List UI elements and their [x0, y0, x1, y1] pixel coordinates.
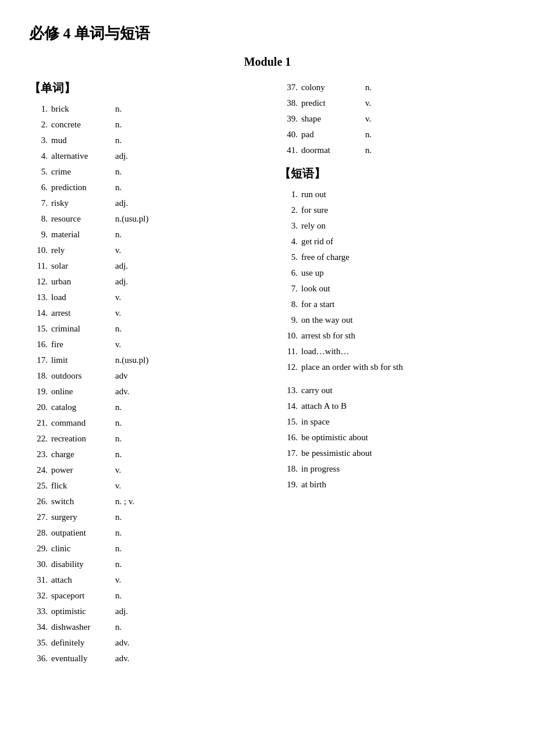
word-pos: v. [115, 290, 121, 304]
word-item: 41.doormatn. [279, 143, 506, 157]
word-num: 7. [29, 196, 48, 210]
word-pos: n.(usu.pl) [115, 353, 149, 367]
word-text: disability [51, 557, 115, 571]
word-text: switch [51, 494, 115, 508]
word-text: shape [301, 112, 365, 126]
word-pos: adv [115, 369, 128, 383]
word-item: 29.clinicn. [29, 541, 256, 555]
word-list: 1.brickn.2.concreten.3.mudn.4.alternativ… [29, 102, 256, 665]
word-text: charge [51, 447, 115, 461]
word-pos: n. [365, 143, 372, 157]
word-num: 37. [279, 80, 298, 94]
spacer [279, 376, 506, 381]
word-pos: n. [115, 589, 122, 602]
word-pos: adv. [115, 651, 129, 665]
word-item: 18.outdoorsadv [29, 369, 256, 383]
word-item: 37.colonyn. [279, 80, 506, 94]
word-num: 34. [29, 620, 48, 634]
word-text: prediction [51, 180, 115, 194]
word-text: online [51, 384, 115, 398]
word-item: 20.catalogn. [29, 400, 256, 414]
word-pos: n. ; v. [115, 494, 134, 508]
phrase-item: 18.in progress [279, 462, 506, 476]
word-item: 10.relyv. [29, 243, 256, 257]
word-pos: n. [115, 416, 122, 430]
word-pos: adj. [115, 259, 128, 273]
word-num: 3. [29, 133, 48, 147]
phrase-text: arrest sb for sth [301, 329, 506, 343]
word-item: 2.concreten. [29, 117, 256, 131]
word-pos: v. [365, 112, 371, 126]
word-num: 31. [29, 573, 48, 587]
word-item: 3.mudn. [29, 133, 256, 147]
word-pos: v. [115, 243, 121, 257]
phrase-num: 16. [279, 430, 298, 444]
word-item: 33.optimisticadj. [29, 604, 256, 618]
word-item: 35.definitelyadv. [29, 636, 256, 650]
main-title: 必修 4 单词与短语 [29, 23, 506, 44]
word-text: mud [51, 133, 115, 147]
phrase-text: for sure [301, 203, 506, 217]
phrase-text: at birth [301, 477, 506, 491]
word-num: 2. [29, 117, 48, 131]
word-item: 25.flickv. [29, 479, 256, 493]
word-pos: n. [115, 620, 122, 634]
phrase-num: 5. [279, 250, 298, 264]
phrase-text: on the way out [301, 313, 506, 327]
word-item: 16.firev. [29, 337, 256, 351]
word-text: criminal [51, 322, 115, 336]
word-text: limit [51, 353, 115, 367]
word-list-right: 37.colonyn.38.predictv.39.shapev.40.padn… [279, 80, 506, 157]
phrase-num: 18. [279, 462, 298, 476]
word-text: spaceport [51, 589, 115, 602]
phrase-num: 8. [279, 297, 298, 311]
word-num: 40. [279, 127, 298, 141]
phrase-item: 10.arrest sb for sth [279, 329, 506, 343]
word-text: outpatient [51, 526, 115, 540]
phrase-item: 16.be optimistic about [279, 430, 506, 444]
word-item: 6.predictionn. [29, 180, 256, 194]
word-num: 19. [29, 384, 48, 398]
phrase-num: 14. [279, 399, 298, 413]
word-num: 4. [29, 149, 48, 163]
word-num: 27. [29, 510, 48, 524]
word-num: 21. [29, 416, 48, 430]
word-pos: n. [115, 526, 122, 540]
phrase-num: 4. [279, 234, 298, 248]
word-pos: adj. [115, 196, 128, 210]
word-pos: n. [115, 322, 122, 336]
word-pos: n. [365, 80, 372, 94]
word-item: 15.criminaln. [29, 322, 256, 336]
word-num: 5. [29, 165, 48, 179]
word-pos: n. [115, 447, 122, 461]
word-item: 22.recreationn. [29, 432, 256, 445]
word-item: 32.spaceportn. [29, 589, 256, 602]
word-text: recreation [51, 432, 115, 445]
word-text: risky [51, 196, 115, 210]
word-pos: v. [115, 337, 121, 351]
word-num: 17. [29, 353, 48, 367]
word-pos: adj. [115, 274, 128, 288]
phrase-text: free of charge [301, 250, 506, 264]
word-num: 36. [29, 651, 48, 665]
word-num: 25. [29, 479, 48, 493]
word-pos: adv. [115, 636, 129, 650]
phrase-item: 11.load…with… [279, 344, 506, 358]
word-item: 28.outpatientn. [29, 526, 256, 540]
phrase-text: get rid of [301, 234, 506, 248]
word-item: 26.switchn. ; v. [29, 494, 256, 508]
word-item: 8.resourcen.(usu.pl) [29, 212, 256, 226]
word-item: 7.riskyadj. [29, 196, 256, 210]
word-num: 22. [29, 432, 48, 445]
word-item: 4.alternativeadj. [29, 149, 256, 163]
word-text: optimistic [51, 604, 115, 618]
word-num: 39. [279, 112, 298, 126]
phrase-item: 19.at birth [279, 477, 506, 491]
module-title: Module 1 [29, 55, 506, 69]
phrase-item: 12.place an order with sb for sth [279, 360, 506, 374]
word-pos: n. [115, 510, 122, 524]
word-num: 16. [29, 337, 48, 351]
word-item: 30.disabilityn. [29, 557, 256, 571]
word-item: 14.arrestv. [29, 306, 256, 320]
word-text: fire [51, 337, 115, 351]
